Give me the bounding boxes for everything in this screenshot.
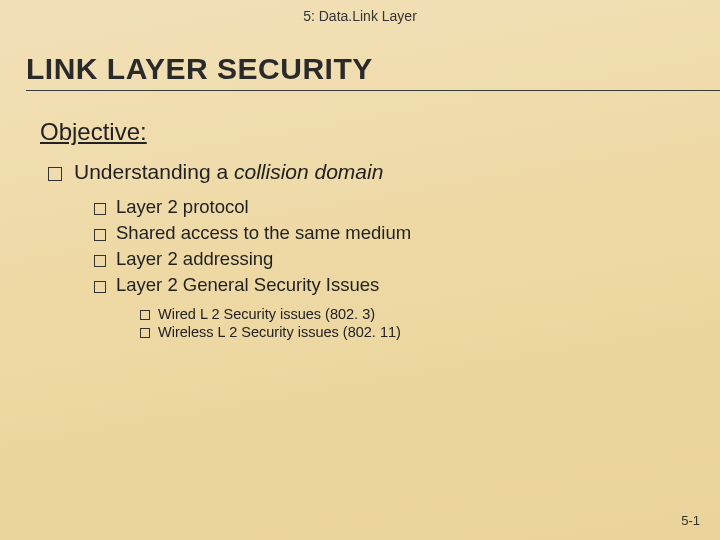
lvl2-text: Layer 2 protocol xyxy=(116,196,249,218)
lvl3-text: Wireless L 2 Security issues (802. 11) xyxy=(158,324,401,340)
lvl2-text: Shared access to the same medium xyxy=(116,222,411,244)
square-bullet-icon xyxy=(48,167,62,181)
lvl2-text: Layer 2 General Security Issues xyxy=(116,274,379,296)
objective-heading: Objective: xyxy=(40,118,690,146)
square-bullet-icon xyxy=(94,229,106,241)
lvl2-list: Layer 2 protocol Shared access to the sa… xyxy=(94,196,690,296)
list-item: Wireless L 2 Security issues (802. 11) xyxy=(140,324,690,340)
list-item: Layer 2 General Security Issues xyxy=(94,274,690,296)
chapter-label: 5: Data.Link Layer xyxy=(0,8,720,24)
list-item: Layer 2 protocol xyxy=(94,196,690,218)
list-item: Shared access to the same medium xyxy=(94,222,690,244)
square-bullet-icon xyxy=(140,310,150,320)
page-number: 5-1 xyxy=(681,513,700,528)
title-underline xyxy=(26,90,720,91)
square-bullet-icon xyxy=(94,203,106,215)
list-item: Wired L 2 Security issues (802. 3) xyxy=(140,306,690,322)
list-item: Understanding a collision domain xyxy=(48,160,690,184)
lvl1-prefix: Understanding a xyxy=(74,160,234,183)
slide-title: LINK LAYER SECURITY xyxy=(26,52,720,88)
lvl3-list: Wired L 2 Security issues (802. 3) Wirel… xyxy=(140,306,690,340)
square-bullet-icon xyxy=(94,255,106,267)
lvl3-text: Wired L 2 Security issues (802. 3) xyxy=(158,306,375,322)
list-item: Layer 2 addressing xyxy=(94,248,690,270)
square-bullet-icon xyxy=(94,281,106,293)
lvl1-text: Understanding a collision domain xyxy=(74,160,383,184)
title-block: LINK LAYER SECURITY xyxy=(26,52,720,91)
content-area: Objective: Understanding a collision dom… xyxy=(40,118,690,342)
lvl1-italic: collision domain xyxy=(234,160,383,183)
lvl2-text: Layer 2 addressing xyxy=(116,248,273,270)
square-bullet-icon xyxy=(140,328,150,338)
